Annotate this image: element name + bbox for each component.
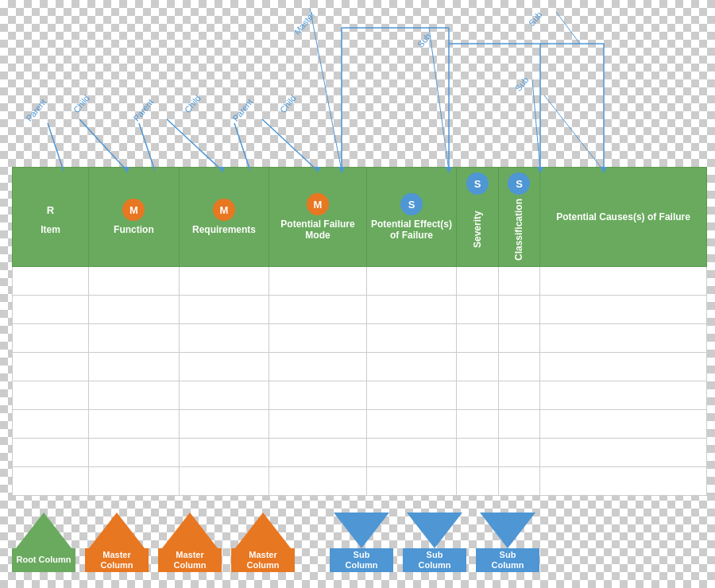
cell-function-2 [89,296,180,324]
cell-causes-7 [540,439,707,467]
cell-causes-5 [540,381,707,410]
legend-sub-1: SubColumn [330,513,393,572]
legend-area: Root Column MasterColumn MasterColumn [12,513,707,572]
cell-classification-6 [498,410,539,439]
svg-line-15 [167,119,222,171]
cell-failure-mode-3 [269,324,366,353]
cell-item-5 [13,381,89,410]
sub-column-label-3: SubColumn [476,548,539,572]
sub-arrow-icon-3 [480,513,535,548]
cell-requirements-7 [179,439,269,467]
table-row [13,296,707,324]
cell-failure-mode-2 [269,296,366,324]
effects-header-content: S Potential Effect(s) of Failure [370,172,454,261]
table-row [13,410,707,439]
master-column-label-1: MasterColumn [85,548,149,572]
badge-sub-2: S [466,172,489,195]
cell-function-5 [89,381,180,410]
cell-failure-mode-4 [269,353,366,381]
cell-severity-4 [457,353,498,381]
svg-marker-27 [162,513,218,548]
legend-sub-3: SubColumn [476,513,539,572]
cell-failure-mode-7 [269,439,366,467]
cell-causes-6 [540,410,707,439]
cell-function-6 [89,410,180,439]
main-container: Parent Child Parent Child Parent Child M… [0,0,715,588]
severity-header-content: S Severity [460,172,494,261]
cell-failure-mode-5 [269,381,366,410]
cell-requirements-3 [179,324,269,353]
master-column-label-3: MasterColumn [231,548,295,572]
svg-line-21 [429,28,449,171]
requirements-header-label: Requirements [192,224,256,235]
root-arrow-icon [16,513,72,548]
cell-classification-3 [498,324,539,353]
svg-line-12 [79,119,127,171]
causes-header-content: Potential Causes(s) of Failure [543,172,703,261]
function-header-content: M Function [92,172,176,261]
col-severity-header: S Severity [457,168,498,267]
cell-item-2 [13,296,89,324]
badge-sub-1: S [400,193,423,215]
cell-severity-6 [457,410,498,439]
svg-marker-29 [334,513,389,548]
cell-severity-1 [457,267,498,296]
cell-requirements-4 [179,353,269,381]
sub-column-label-1: SubColumn [330,548,393,572]
svg-marker-25 [16,513,72,548]
svg-marker-26 [89,513,145,548]
cell-requirements-8 [179,467,269,496]
col-requirements-header: M Requirements [179,168,269,267]
cell-item-1 [13,267,89,296]
cell-function-7 [89,439,180,467]
master-label: Master [292,10,317,36]
legend-sub-2: SubColumn [403,513,466,572]
svg-line-23 [532,79,540,171]
failure-mode-header-label: Potential Failure Mode [272,219,362,241]
svg-line-11 [48,123,64,171]
cell-requirements-5 [179,381,269,410]
col-function-header: M Function [89,168,180,267]
item-header-label: Item [41,224,60,235]
cell-effects-5 [366,381,457,410]
cell-classification-5 [498,381,539,410]
cell-requirements-6 [179,410,269,439]
legend-master-3: MasterColumn [231,513,295,572]
cell-requirements-2 [179,296,269,324]
requirements-header-content: M Requirements [183,172,266,261]
master-arrow-icon-2 [162,513,218,548]
table-row [13,439,707,467]
cell-item-8 [13,467,89,496]
cell-item-4 [13,353,89,381]
cell-item-6 [13,410,89,439]
sub-column-label-2: SubColumn [403,548,466,572]
cell-function-4 [89,353,180,381]
sub-arrow-icon-2 [407,513,462,548]
svg-line-22 [556,12,580,44]
cell-causes-1 [540,267,707,296]
fmea-table-wrapper: R Item M Function M [12,167,707,496]
cell-function-3 [89,324,180,353]
table-row [13,467,707,496]
svg-line-18 [262,119,318,171]
sub-arrow-icon-1 [334,513,389,548]
severity-header-label: Severity [472,211,483,249]
master-arrow-icon-1 [89,513,145,548]
cell-causes-3 [540,324,707,353]
causes-header-label: Potential Causes(s) of Failure [556,211,690,222]
cell-causes-8 [540,467,707,496]
cell-severity-5 [457,381,498,410]
svg-marker-28 [235,513,291,548]
item-header-content: R Item [16,172,85,261]
classification-header-content: S Classification [502,172,536,261]
svg-marker-30 [407,513,462,548]
svg-line-17 [234,123,250,171]
cell-effects-6 [366,410,457,439]
legend-root: Root Column [12,513,75,572]
cell-effects-2 [366,296,457,324]
sub-label-3: Sub [513,75,531,93]
child-label-3: Child [278,93,298,114]
cell-classification-7 [498,439,539,467]
classification-header-label: Classification [513,199,524,261]
parent-label-1: Parent [24,97,48,123]
